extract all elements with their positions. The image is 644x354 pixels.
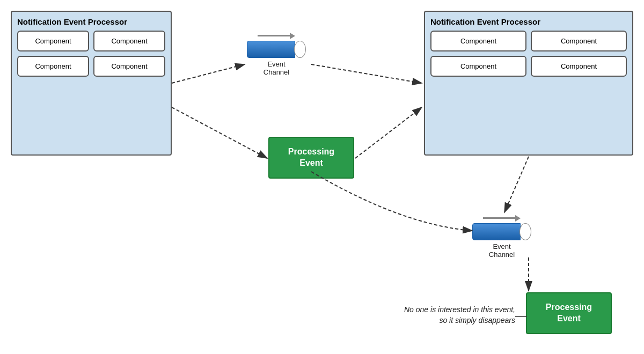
component-box: Component (531, 56, 627, 77)
note-text: No one is interested in this event, so i… (317, 305, 515, 326)
nep-box-right: Notification Event Processor Component C… (424, 11, 633, 156)
event-channel-bottom: EventChannel (472, 215, 531, 259)
channel-body (472, 223, 521, 240)
channel-top-arrow (258, 32, 295, 40)
channel-body (247, 41, 295, 58)
processing-event-top: Processing Event (268, 137, 354, 179)
event-channel-top: EventChannel (247, 32, 306, 76)
nep-left-components: Component Component Component Component (17, 31, 165, 77)
svg-line-4 (172, 107, 267, 158)
nep-box-left: Notification Event Processor Component C… (11, 11, 172, 156)
component-box: Component (17, 56, 89, 77)
channel-cap (519, 223, 531, 240)
svg-line-6 (504, 157, 529, 212)
component-box: Component (531, 31, 627, 51)
nep-right-components: Component Component Component Component (430, 31, 627, 77)
channel-cap (294, 41, 306, 58)
svg-line-3 (311, 64, 422, 83)
nep-title-left: Notification Event Processor (17, 17, 165, 26)
nep-title-right: Notification Event Processor (430, 17, 627, 26)
component-box: Component (430, 56, 526, 77)
channel-arrow-icon (258, 32, 295, 40)
svg-line-2 (172, 64, 245, 83)
processing-event-bottom: Processing Event (526, 292, 612, 334)
diagram-container: Notification Event Processor Component C… (0, 0, 644, 354)
component-box: Component (430, 31, 526, 51)
channel-bottom-arrow-row (483, 215, 521, 222)
channel-arrow-icon (483, 215, 521, 222)
channel-label-bottom: EventChannel (489, 242, 515, 259)
channel-pill-bottom (472, 223, 531, 240)
component-box: Component (93, 31, 165, 51)
component-box: Component (93, 56, 165, 77)
component-box: Component (17, 31, 89, 51)
channel-label-top: EventChannel (264, 60, 289, 76)
channel-pill-top (247, 41, 306, 58)
svg-line-5 (355, 107, 422, 158)
